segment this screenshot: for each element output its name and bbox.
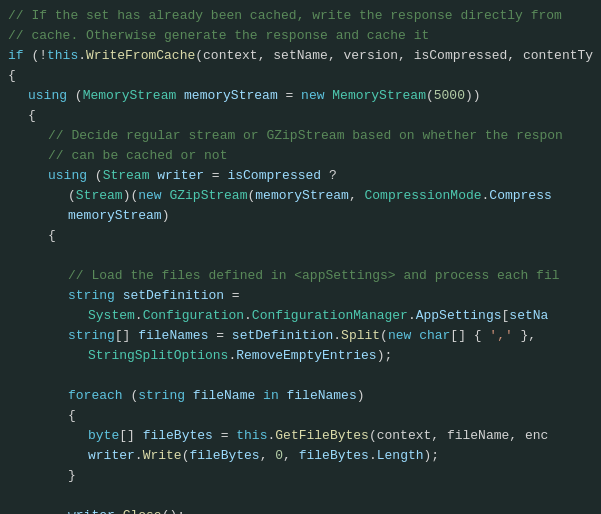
code-line: memoryStream) [0,206,601,226]
code-line: // can be cached or not [0,146,601,166]
code-line: string setDefinition = [0,286,601,306]
comment-text: // If the set has already been cached, w… [8,6,562,26]
code-line: using (Stream writer = isCompressed ? [0,166,601,186]
code-line: { [0,66,601,86]
code-line [0,486,601,506]
keyword-if: if [8,46,24,66]
code-line: { [0,406,601,426]
code-line [0,366,601,386]
code-line: foreach (string fileName in fileNames) [0,386,601,406]
code-line: if (!this.WriteFromCache(context, setNam… [0,46,601,66]
code-line: System.Configuration.ConfigurationManage… [0,306,601,326]
code-line: { [0,106,601,126]
code-line: // Decide regular stream or GZipStream b… [0,126,601,146]
code-line: // cache. Otherwise generate the respons… [0,26,601,46]
code-editor: // If the set has already been cached, w… [0,0,601,514]
code-line: using (MemoryStream memoryStream = new M… [0,86,601,106]
code-line: string[] fileNames = setDefinition.Split… [0,326,601,346]
code-line: } [0,466,601,486]
code-line: StringSplitOptions.RemoveEmptyEntries); [0,346,601,366]
comment-text: // cache. Otherwise generate the respons… [8,26,429,46]
code-line [0,246,601,266]
code-line: // Load the files defined in <appSetting… [0,266,601,286]
code-line: { [0,226,601,246]
code-line: writer.Close(); [0,506,601,514]
code-line: writer.Write(fileBytes, 0, fileBytes.Len… [0,446,601,466]
code-line: byte[] fileBytes = this.GetFileBytes(con… [0,426,601,446]
code-line: (Stream)(new GZipStream(memoryStream, Co… [0,186,601,206]
code-line: // If the set has already been cached, w… [0,6,601,26]
